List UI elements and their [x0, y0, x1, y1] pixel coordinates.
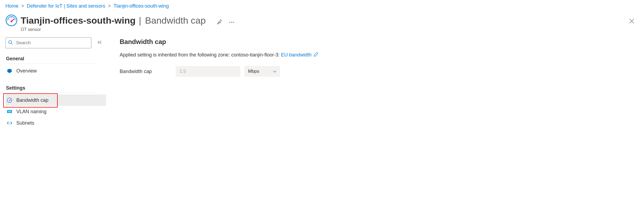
sidebar-item-label: Subnets: [16, 120, 34, 126]
svg-point-11: [9, 41, 12, 44]
pin-icon: [217, 19, 222, 24]
svg-line-1: [9, 19, 10, 20]
inherited-setting-text: Applied setting is inherited from the fo…: [120, 52, 639, 58]
bandwidth-value-input[interactable]: [176, 66, 240, 77]
svg-point-8: [233, 22, 234, 23]
bandwidth-form-row: Bandwidth cap Mbps: [120, 66, 639, 77]
search-wrap: [5, 37, 91, 48]
gauge-icon: [7, 97, 13, 103]
title-separator: |: [139, 15, 141, 26]
sidebar-item-label: Bandwidth cap: [16, 97, 48, 103]
sidebar-item-label: Overview: [16, 68, 37, 74]
inherited-prefix: Applied setting is inherited from the fo…: [120, 52, 281, 58]
title-line: Tianjin-offices-south-wing | Bandwidth c…: [21, 14, 238, 27]
sidebar: General Overview Settings: [5, 37, 106, 129]
search-row: [5, 37, 106, 48]
breadcrumb-defender[interactable]: Defender for IoT | Sites and sensors: [27, 3, 106, 9]
nav-section-general: General: [5, 54, 97, 64]
ellipsis-icon: [229, 21, 234, 23]
code-icon: [7, 120, 13, 126]
pencil-icon: [314, 52, 318, 56]
sidebar-item-overview[interactable]: Overview: [5, 65, 106, 77]
bandwidth-unit-select[interactable]: Mbps: [244, 66, 280, 77]
header-actions: [214, 17, 238, 27]
svg-point-18: [9, 123, 10, 124]
inherited-link[interactable]: EU bandwidth: [281, 52, 311, 58]
chevron-down-icon: [273, 69, 276, 74]
header-left: Tianjin-offices-south-wing | Bandwidth c…: [5, 14, 238, 32]
tag-icon: [7, 109, 13, 115]
content: Bandwidth cap Applied setting is inherit…: [106, 37, 639, 129]
page-context: Bandwidth cap: [145, 15, 206, 26]
svg-point-13: [7, 98, 12, 103]
sidebar-item-label: VLAN naming: [16, 109, 47, 115]
svg-point-7: [231, 22, 233, 23]
close-button[interactable]: [627, 17, 636, 27]
nav-section-settings: Settings: [5, 84, 97, 93]
svg-point-6: [230, 22, 231, 23]
content-title: Bandwidth cap: [120, 38, 639, 46]
main-area: General Overview Settings: [0, 37, 644, 129]
more-button[interactable]: [227, 18, 236, 26]
collapse-sidebar-button[interactable]: [97, 40, 102, 45]
search-input[interactable]: [5, 37, 91, 48]
page-header: Tianjin-offices-south-wing | Bandwidth c…: [0, 12, 644, 37]
bandwidth-label: Bandwidth cap: [120, 69, 176, 74]
unit-value: Mbps: [248, 69, 259, 74]
svg-line-5: [11, 19, 14, 21]
breadcrumb-separator: >: [108, 3, 111, 9]
sidebar-item-bandwidth-cap[interactable]: Bandwidth cap: [5, 94, 106, 106]
svg-line-12: [11, 43, 13, 45]
subtitle: OT sensor: [21, 27, 238, 32]
title-block: Tianjin-offices-south-wing | Bandwidth c…: [21, 14, 238, 32]
breadcrumb-current[interactable]: Tianjin-offices-south-wing: [114, 3, 169, 9]
svg-line-15: [10, 99, 11, 101]
sidebar-item-vlan-naming[interactable]: VLAN naming: [5, 106, 106, 117]
cube-icon: [7, 68, 13, 74]
breadcrumb-home[interactable]: Home: [5, 3, 18, 9]
search-icon: [8, 40, 13, 46]
edit-button[interactable]: [314, 52, 318, 58]
sensor-gauge-icon: [5, 14, 17, 26]
breadcrumb: Home > Defender for IoT | Sites and sens…: [0, 0, 644, 12]
page-title: Tianjin-offices-south-wing: [21, 15, 135, 26]
chevron-double-left-icon: [97, 40, 102, 44]
pin-button[interactable]: [215, 17, 224, 27]
sidebar-item-subnets[interactable]: Subnets: [5, 117, 106, 129]
close-icon: [629, 18, 635, 24]
breadcrumb-separator: >: [21, 3, 24, 9]
svg-rect-17: [8, 111, 11, 112]
